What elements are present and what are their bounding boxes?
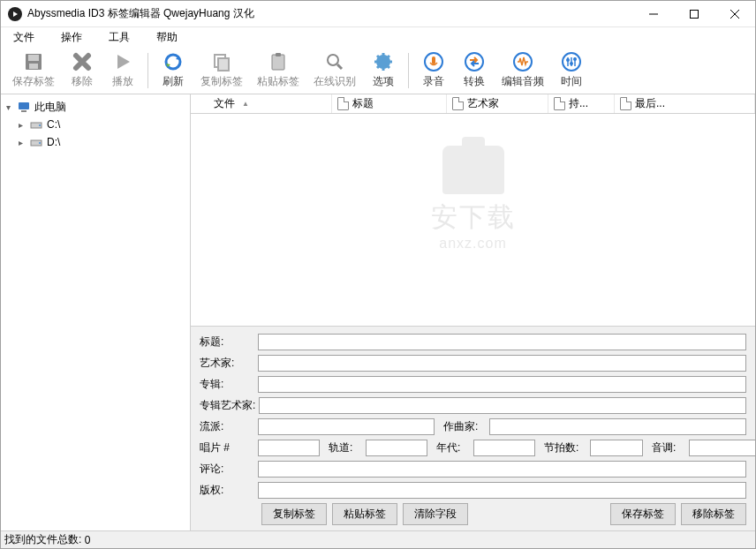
time-button[interactable]: 时间 [552, 49, 591, 92]
search-icon [324, 51, 345, 72]
svg-rect-31 [19, 102, 29, 109]
main-area: ▾ 此电脑 ▸ C:\ ▸ D:\ 文件▲ 标题 艺术家 持... 最后... [1, 94, 755, 530]
col-title[interactable]: 标题 [332, 94, 447, 113]
year-field[interactable] [473, 440, 535, 456]
x-icon [72, 51, 93, 72]
svg-rect-1 [691, 10, 699, 18]
record-button[interactable]: 录音 [414, 49, 453, 92]
label-disc: 唱片 # [200, 440, 254, 455]
key-field[interactable] [689, 440, 756, 456]
status-count: 0 [85, 534, 91, 546]
label-album: 专辑: [200, 377, 254, 392]
label-comment: 评论: [200, 462, 254, 477]
file-icon [620, 97, 631, 110]
convert-icon [464, 51, 485, 72]
menu-file[interactable]: 文件 [8, 28, 40, 47]
label-key: 音调: [652, 440, 685, 455]
col-last[interactable]: 最后... [615, 94, 755, 113]
paste-tags-button[interactable]: 粘贴标签 [251, 49, 306, 92]
label-title: 标题: [200, 335, 254, 350]
statusbar: 找到的文件总数: 0 [1, 530, 755, 548]
svg-point-34 [39, 124, 41, 126]
refresh-button[interactable]: 刷新 [154, 49, 193, 92]
copy-tags-button[interactable]: 复制标签 [194, 49, 249, 92]
mic-icon [423, 51, 444, 72]
folder-tree[interactable]: ▾ 此电脑 ▸ C:\ ▸ D:\ [1, 94, 191, 530]
toolbar: 保存标签 移除 播放 刷新 复制标签 粘贴标签 在线识别 选项 录音 转换 编辑… [1, 47, 755, 94]
save-tags-button[interactable]: 保存标签 [610, 503, 676, 525]
clear-fields-button[interactable]: 清除字段 [403, 503, 468, 525]
watermark: 安下载 anxz.com [431, 146, 516, 252]
identify-button[interactable]: 在线识别 [307, 49, 362, 92]
svg-point-12 [328, 55, 338, 65]
file-icon [452, 97, 464, 110]
label-copyright: 版权: [200, 483, 254, 498]
tree-root[interactable]: ▾ 此电脑 [3, 98, 188, 116]
albumartist-field[interactable] [259, 397, 746, 414]
maximize-button[interactable] [674, 1, 714, 27]
computer-icon [17, 100, 31, 114]
title-field[interactable] [258, 334, 746, 350]
menu-operate[interactable]: 操作 [56, 28, 87, 47]
svg-rect-21 [432, 56, 435, 64]
play-button[interactable]: 播放 [103, 49, 142, 92]
comment-field[interactable] [258, 461, 746, 478]
right-pane: 文件▲ 标题 艺术家 持... 最后... 安下载 anxz.com 标题: 艺… [191, 94, 755, 530]
minimize-button[interactable] [633, 1, 674, 27]
col-duration[interactable]: 持... [548, 94, 615, 113]
artist-field[interactable] [258, 355, 746, 372]
save-button[interactable]: 保存标签 [6, 49, 61, 92]
close-button[interactable] [714, 1, 755, 27]
gear-icon [373, 51, 394, 72]
refresh-icon [163, 51, 184, 72]
remove-tags-button[interactable]: 移除标签 [681, 503, 746, 525]
titlebar: Abyssmedia ID3 标签编辑器 QwejayHuang 汉化 [1, 1, 755, 27]
app-icon [8, 7, 22, 21]
svg-rect-5 [28, 55, 39, 61]
svg-point-36 [39, 142, 41, 144]
tree-drive-d[interactable]: ▸ D:\ [3, 133, 188, 151]
bpm-field[interactable] [590, 440, 643, 456]
disc-field[interactable] [258, 440, 320, 456]
label-track: 轨道: [329, 440, 362, 455]
svg-line-13 [337, 64, 342, 69]
collapse-icon[interactable]: ▾ [3, 102, 13, 112]
album-field[interactable] [258, 376, 746, 393]
label-albumartist: 专辑艺术家: [200, 398, 255, 413]
svg-rect-6 [29, 64, 38, 69]
sliders-icon [561, 51, 582, 72]
list-header: 文件▲ 标题 艺术家 持... 最后... [191, 94, 755, 114]
file-list[interactable]: 安下载 anxz.com [191, 114, 755, 326]
copy-tags-button[interactable]: 复制标签 [261, 503, 327, 525]
separator [408, 53, 409, 88]
svg-rect-9 [218, 58, 229, 71]
svg-point-26 [566, 58, 570, 62]
paste-tags-button[interactable]: 粘贴标签 [332, 503, 397, 525]
label-artist: 艺术家: [200, 356, 254, 371]
genre-field[interactable] [258, 418, 435, 435]
separator [147, 53, 148, 88]
tree-drive-c[interactable]: ▸ C:\ [3, 116, 188, 133]
edit-audio-button[interactable]: 编辑音频 [495, 49, 550, 92]
menu-help[interactable]: 帮助 [151, 28, 183, 47]
col-file[interactable]: 文件▲ [191, 94, 332, 113]
play-icon [112, 51, 133, 72]
track-field[interactable] [366, 440, 427, 456]
expand-icon[interactable]: ▸ [15, 138, 26, 147]
copyright-field[interactable] [258, 482, 746, 499]
svg-rect-32 [21, 110, 26, 112]
svg-point-30 [573, 57, 577, 61]
status-label: 找到的文件总数: [4, 532, 81, 547]
label-bpm: 节拍数: [544, 440, 586, 455]
options-button[interactable]: 选项 [364, 49, 403, 92]
expand-icon[interactable]: ▸ [15, 120, 26, 130]
label-year: 年代: [436, 440, 470, 455]
remove-button[interactable]: 移除 [63, 49, 102, 92]
label-composer: 作曲家: [443, 419, 486, 434]
label-genre: 流派: [200, 419, 254, 434]
menu-tools[interactable]: 工具 [103, 28, 135, 47]
col-artist[interactable]: 艺术家 [447, 94, 548, 113]
convert-button[interactable]: 转换 [455, 49, 494, 92]
wave-icon [512, 51, 533, 72]
composer-field[interactable] [489, 418, 746, 435]
